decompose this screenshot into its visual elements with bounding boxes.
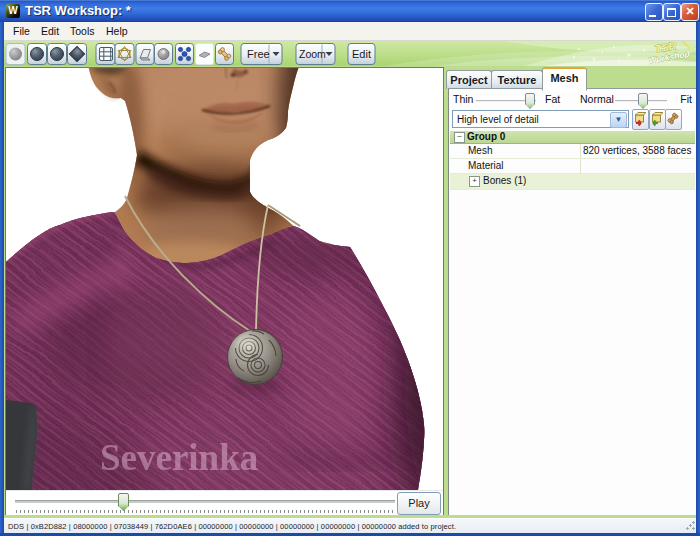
- svg-text:Zoom: Zoom: [299, 48, 326, 60]
- svg-text:Severinka: Severinka: [100, 437, 258, 478]
- svg-text:Free: Free: [247, 48, 270, 60]
- svg-text:Edit: Edit: [352, 48, 371, 60]
